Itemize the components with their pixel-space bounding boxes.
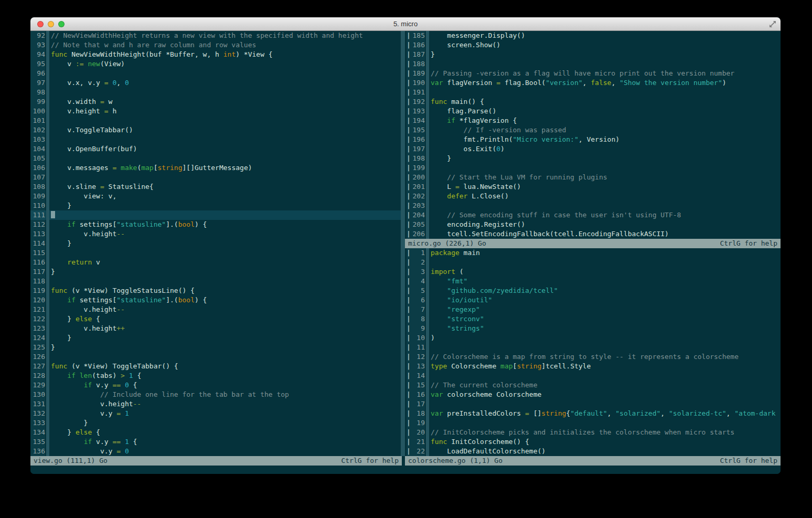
code-line[interactable]: |12// Colorscheme is a map from string t… bbox=[405, 352, 781, 362]
code-line[interactable]: 127func (v *View) ToggleTabbar() { bbox=[30, 362, 405, 371]
code-line[interactable]: 113 v.height-- bbox=[30, 229, 405, 239]
code-line[interactable]: 121 v.height-- bbox=[30, 305, 405, 314]
code-line[interactable]: 104 v.OpenBuffer(buf) bbox=[30, 144, 405, 154]
code-area-view-go[interactable]: 92// NewViewWidthHeight returns a new vi… bbox=[30, 31, 405, 456]
code-line[interactable]: 92// NewViewWidthHeight returns a new vi… bbox=[30, 31, 405, 40]
code-line[interactable]: |188 bbox=[405, 59, 781, 69]
gutter-divider bbox=[46, 390, 49, 399]
code-area-colorscheme-go[interactable]: |1package main|2|3import (|4 "fmt"|5 "gi… bbox=[405, 248, 781, 456]
code-line[interactable]: |194 if *flagVersion { bbox=[405, 116, 781, 125]
code-line[interactable]: |193 flag.Parse() bbox=[405, 107, 781, 116]
code-line[interactable]: 105 bbox=[30, 154, 405, 163]
code-line[interactable]: |4 "fmt" bbox=[405, 277, 781, 286]
code-line[interactable]: |201 L = lua.NewState() bbox=[405, 182, 781, 192]
code-line[interactable]: |195 // If -version was passed bbox=[405, 125, 781, 135]
code-line[interactable]: |17 bbox=[405, 399, 781, 409]
code-line[interactable]: 106 v.messages = make(map[string][]Gutte… bbox=[30, 163, 405, 173]
code-line[interactable]: 133 } bbox=[30, 418, 405, 428]
code-line[interactable]: |200 // Start the Lua VM for running plu… bbox=[405, 173, 781, 182]
code-line[interactable]: 110 } bbox=[30, 201, 405, 210]
code-line[interactable]: 116 return v bbox=[30, 258, 405, 267]
code-line[interactable]: 108 v.sline = Statusline{ bbox=[30, 182, 405, 192]
code-line[interactable]: |199 bbox=[405, 163, 781, 173]
code-line[interactable]: |190var flagVersion = flag.Bool("version… bbox=[405, 78, 781, 88]
zoom-button[interactable] bbox=[58, 21, 65, 27]
close-button[interactable] bbox=[37, 21, 44, 27]
minimize-button[interactable] bbox=[48, 21, 54, 27]
code-line[interactable]: 111 bbox=[30, 210, 405, 220]
code-line[interactable]: |198 } bbox=[405, 154, 781, 163]
code-line[interactable]: 99 v.width = w bbox=[30, 97, 405, 107]
code-line[interactable]: 94func NewViewWidthHeight(buf *Buffer, w… bbox=[30, 50, 405, 59]
code-line[interactable]: 134 } else { bbox=[30, 428, 405, 437]
code-line[interactable]: |2 bbox=[405, 258, 781, 267]
code-line[interactable]: 125} bbox=[30, 343, 405, 352]
code-line[interactable]: 130 // Include one line for the tab bar … bbox=[30, 390, 405, 399]
code-line[interactable]: 107 bbox=[30, 173, 405, 182]
code-line[interactable]: 131 v.height-- bbox=[30, 399, 405, 409]
code-line[interactable]: |187} bbox=[405, 50, 781, 59]
code-line[interactable]: 136 v.y = 0 bbox=[30, 447, 405, 456]
code-line[interactable]: 132 v.y = 1 bbox=[30, 409, 405, 418]
titlebar[interactable]: 5. micro bbox=[30, 17, 781, 31]
resize-arrows-icon[interactable] bbox=[768, 20, 777, 28]
code-line[interactable]: 122 } else { bbox=[30, 314, 405, 324]
code-line[interactable]: |197 os.Exit(0) bbox=[405, 144, 781, 154]
code-line[interactable]: |1package main bbox=[405, 248, 781, 258]
code-line[interactable]: 93// Note that w and h are raw column an… bbox=[30, 40, 405, 50]
code-line[interactable]: |21func InitColorscheme() { bbox=[405, 437, 781, 447]
code-line[interactable]: 101 bbox=[30, 116, 405, 125]
code-line[interactable]: |10) bbox=[405, 333, 781, 343]
code-line[interactable]: |196 fmt.Println("Micro version:", Versi… bbox=[405, 135, 781, 144]
code-line[interactable]: |202 defer L.Close() bbox=[405, 192, 781, 201]
code-line[interactable]: |185 messenger.Display() bbox=[405, 31, 781, 40]
code-line[interactable]: |9 "strings" bbox=[405, 324, 781, 333]
code-line[interactable]: |189// Passing -version as a flag will h… bbox=[405, 69, 781, 78]
code-line[interactable]: 117} bbox=[30, 267, 405, 277]
code-line[interactable]: |16var colorscheme Colorscheme bbox=[405, 390, 781, 399]
code-line[interactable]: |206 tcell.SetEncodingFallback(tcell.Enc… bbox=[405, 229, 781, 239]
code-line[interactable]: 112 if settings["statusline"].(bool) { bbox=[30, 220, 405, 229]
code-line[interactable]: 102 v.ToggleTabbar() bbox=[30, 125, 405, 135]
code-line[interactable]: |205 encoding.Register() bbox=[405, 220, 781, 229]
code-line[interactable]: |18var preInstalledColors = []string{"de… bbox=[405, 409, 781, 418]
code-line[interactable]: 120 if settings["statusline"].(bool) { bbox=[30, 295, 405, 305]
code-line[interactable]: |11 bbox=[405, 343, 781, 352]
code-line[interactable]: 119func (v *View) ToggleStatusLine() { bbox=[30, 286, 405, 295]
code-line[interactable]: |186 screen.Show() bbox=[405, 40, 781, 50]
code-line[interactable]: |7 "regexp" bbox=[405, 305, 781, 314]
code-line[interactable]: 126 bbox=[30, 352, 405, 362]
command-line[interactable] bbox=[30, 466, 781, 474]
code-line[interactable]: 114 } bbox=[30, 239, 405, 248]
code-line[interactable]: |13type Colorscheme map[string]tcell.Sty… bbox=[405, 362, 781, 371]
code-line[interactable]: 129 if v.y == 0 { bbox=[30, 380, 405, 390]
code-line[interactable]: |203 bbox=[405, 201, 781, 210]
code-line[interactable]: 123 v.height++ bbox=[30, 324, 405, 333]
code-line[interactable]: 135 if v.y == 1 { bbox=[30, 437, 405, 447]
code-line[interactable]: 100 v.height = h bbox=[30, 107, 405, 116]
code-line[interactable]: 115 bbox=[30, 248, 405, 258]
code-line[interactable]: |14 bbox=[405, 371, 781, 380]
code-line[interactable]: |191 bbox=[405, 88, 781, 97]
code-line[interactable]: |3import ( bbox=[405, 267, 781, 277]
code-line[interactable]: 96 bbox=[30, 69, 405, 78]
code-line[interactable]: 97 v.x, v.y = 0, 0 bbox=[30, 78, 405, 88]
code-line[interactable]: |192func main() { bbox=[405, 97, 781, 107]
split-divider-icon: | bbox=[407, 248, 411, 258]
code-area-micro-go[interactable]: |185 messenger.Display()|186 screen.Show… bbox=[405, 31, 781, 239]
code-line[interactable]: |8 "strconv" bbox=[405, 314, 781, 324]
code-line[interactable]: |204 // Some encoding stuff in case the … bbox=[405, 210, 781, 220]
code-line[interactable]: |20// InitColorscheme picks and initiali… bbox=[405, 428, 781, 437]
code-line[interactable]: |22 LoadDefaultColorscheme() bbox=[405, 447, 781, 456]
code-line[interactable]: 103 bbox=[30, 135, 405, 144]
code-line[interactable]: |5 "github.com/zyedidia/tcell" bbox=[405, 286, 781, 295]
code-line[interactable]: 124 } bbox=[30, 333, 405, 343]
code-line[interactable]: |19 bbox=[405, 418, 781, 428]
code-line[interactable]: 118 bbox=[30, 277, 405, 286]
code-line[interactable]: 98 bbox=[30, 88, 405, 97]
code-line[interactable]: |6 "io/ioutil" bbox=[405, 295, 781, 305]
code-line[interactable]: 128 if len(tabs) > 1 { bbox=[30, 371, 405, 380]
code-line[interactable]: 109 view: v, bbox=[30, 192, 405, 201]
code-line[interactable]: 95 v := new(View) bbox=[30, 59, 405, 69]
code-line[interactable]: |15// The current colorscheme bbox=[405, 380, 781, 390]
